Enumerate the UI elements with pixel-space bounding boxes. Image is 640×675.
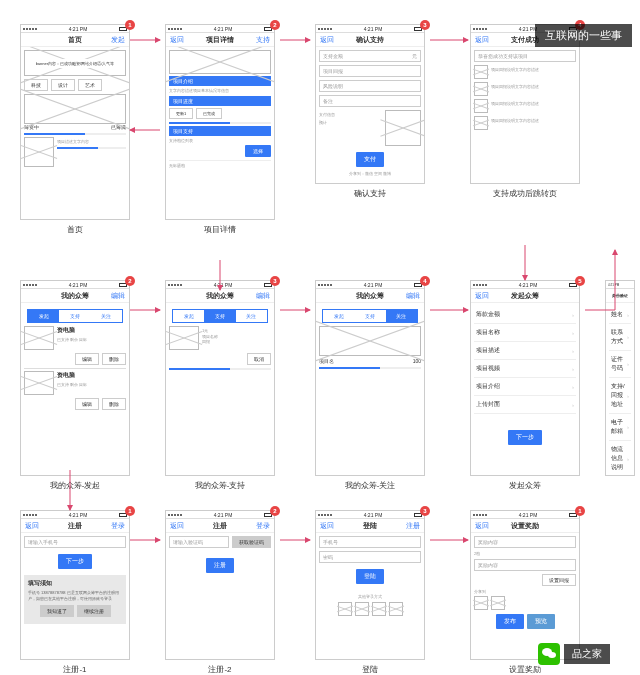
screen-home: 4:21 PM 首页发起 banner内容：已成功融资/网站介绍语/人气等 科技…: [20, 24, 130, 220]
phone-input[interactable]: 请输入手机号: [24, 536, 126, 548]
tab-supported[interactable]: 支持: [59, 310, 90, 322]
screen-register-1: 4:21 PM 返回注册登录 请输入手机号 下一步 填写须知 手机号 13878…: [20, 510, 130, 660]
password-input[interactable]: 密码: [319, 551, 421, 563]
image-placeholder: [24, 94, 126, 124]
screen-register-2: 4:21 PM 返回注册登录 请输入验证码获取验证码 注册 注册-2: [165, 510, 275, 660]
screen-confirm-support: 4:21 PM 返回确认支持 支持金额 元 项目回报 风险说明 备注 支付信息预…: [315, 24, 425, 184]
tab-art[interactable]: 艺术: [78, 79, 102, 91]
wechat-icon: [538, 643, 560, 665]
thumb-placeholder: [24, 137, 54, 167]
tab-launched[interactable]: 发起: [28, 310, 59, 322]
field-cover[interactable]: 上传封面: [474, 396, 576, 414]
screen-login: 4:21 PM 返回登陆注册 手机号 密码 登陆 其他登录方式 登陆: [315, 510, 425, 660]
screen-mine-followed: 4:21 PM 我的众筹编辑 发起支持关注 项目名100 我的众筹-关注: [315, 280, 425, 476]
wireframe-flow-diagram: 4:21 PM 首页发起 banner内容：已成功融资/网站介绍语/人气等 科技…: [0, 0, 640, 675]
status-time: 4:21 PM: [69, 26, 88, 32]
nav-title: 首页: [41, 35, 109, 45]
next-button[interactable]: 下一步: [508, 430, 542, 445]
select-button[interactable]: 选择: [245, 145, 271, 157]
sns-icon[interactable]: [338, 602, 352, 616]
screen-launch-crowdfund: 4:21 PM 返回发起众筹 筹款金额 项目名称 项目描述 项目视频 项目介绍 …: [470, 280, 580, 476]
phone-input[interactable]: 手机号: [319, 536, 421, 548]
amount-input[interactable]: 支持金额 元: [319, 50, 421, 62]
banner-placeholder: banner内容：已成功融资/网站介绍语/人气等: [24, 50, 126, 76]
field-name[interactable]: 项目名称: [474, 324, 576, 342]
tab-tech[interactable]: 科技: [24, 79, 48, 91]
nav-right[interactable]: 发起: [109, 35, 125, 45]
screen-project-detail: 4:21 PM 返回项目详情支持 项目介绍 文字内容描述项目基本情况等信息 项目…: [165, 24, 275, 220]
next-button[interactable]: 下一步: [58, 554, 92, 569]
publish-button[interactable]: 发布: [496, 614, 524, 629]
field-video[interactable]: 项目视频: [474, 360, 576, 378]
login-button[interactable]: 登陆: [356, 569, 384, 584]
field-desc[interactable]: 项目描述: [474, 342, 576, 360]
know-button[interactable]: 我知道了: [40, 605, 74, 617]
tab-followed[interactable]: 关注: [91, 310, 122, 322]
screen-set-reward: 4:21 PM 返回设置奖励 奖励内容 2档 奖励内容 设置回报 分享到 发布预…: [470, 510, 580, 660]
continue-button[interactable]: 继续注册: [77, 605, 111, 617]
nav-support[interactable]: 支持: [254, 35, 270, 45]
sns-icon[interactable]: [372, 602, 386, 616]
navbar: 首页发起: [21, 33, 129, 47]
field-amount[interactable]: 筹款金额: [474, 306, 576, 324]
sns-icon[interactable]: [355, 602, 369, 616]
screen-mine-launched: 4:21 PM 我的众筹编辑 发起支持关注 资电脑已支持 剩余 目标 编辑删除 …: [20, 280, 130, 476]
tab-design[interactable]: 设计: [51, 79, 75, 91]
status-bar: 4:21 PM: [21, 25, 129, 33]
pay-button[interactable]: 支付: [356, 152, 384, 167]
watermark-text: 互联网的一些事: [535, 24, 632, 47]
get-code-button[interactable]: 获取验证码: [232, 536, 271, 548]
screen-mine-supported: 4:21 PM 我的众筹编辑 发起支持关注 1元项目名称回报 取消 我的众筹-支…: [165, 280, 275, 476]
wechat-badge: 品之家: [538, 643, 610, 665]
screen-verify-peek: 4:21 PM 身份验证 姓名 联系方式 证件号码 支持/回报地址 电子邮箱 物…: [605, 280, 635, 476]
screen-label: 首页: [21, 224, 129, 235]
screen-payment-success: 4:21 PM 返回支付成功 恭喜您成功支持该项目 项目回报说明文字内容描述 项…: [470, 24, 580, 184]
nav-back[interactable]: 返回: [170, 35, 186, 45]
flow-badge: 1: [125, 20, 135, 30]
preview-button[interactable]: 预览: [527, 614, 555, 629]
code-input[interactable]: 请输入验证码: [169, 536, 229, 548]
register-button[interactable]: 注册: [206, 558, 234, 573]
sns-icon[interactable]: [389, 602, 403, 616]
field-intro[interactable]: 项目介绍: [474, 378, 576, 396]
